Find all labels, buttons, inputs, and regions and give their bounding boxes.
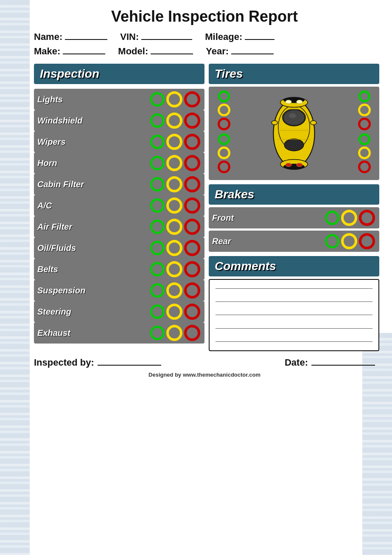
tires-diagram [209,87,379,180]
svg-point-15 [297,163,302,167]
brakes-items-list: FrontRear [209,207,379,252]
info-row-2: Make: Model: Year: [34,46,375,57]
name-field: Name: [34,31,107,42]
circle-yellow [166,155,182,171]
inspection-item: Suspension [34,280,204,301]
comments-section: Comments [209,256,379,351]
circle-yellow [166,197,182,214]
fl-tire-red [218,118,230,130]
svg-point-16 [272,121,277,125]
tires-left-column [212,90,235,173]
rr-tire-red [358,161,371,173]
circle-red [184,176,200,192]
circle-red [184,240,200,256]
circle-green [150,135,165,149]
inspection-item: Steering [34,301,204,322]
inspection-item-circles [150,282,200,299]
mileage-label: Mileage: [205,31,242,42]
brakes-item: Front [209,207,379,228]
make-label: Make: [34,46,60,57]
circle-yellow [341,233,357,249]
comments-header: Comments [209,256,379,276]
inspection-item-label: Steering [37,307,71,317]
inspection-item-label: Wipers [37,137,66,147]
circle-red [184,134,200,150]
footer-section: Inspected by: Date: [34,357,384,368]
circle-green [150,304,165,319]
fr-tire-yellow [358,104,371,116]
car-svg [252,91,336,176]
brakes-item-label: Front [212,213,234,223]
circle-green [325,234,339,248]
year-label: Year: [206,46,229,57]
inspection-item-label: Belts [37,265,58,274]
tires-header: Tires [209,64,379,84]
inspection-item: Belts [34,259,204,280]
fl-tire-yellow [218,104,230,116]
year-field: Year: [206,46,274,57]
circle-red [184,304,200,320]
circle-red [359,233,375,249]
comment-line-3 [216,315,372,315]
date-field: Date: [285,357,375,368]
inspection-item-circles [150,113,200,129]
rear-left-tire [218,133,230,173]
svg-point-4 [289,113,296,118]
circle-yellow [341,210,357,226]
inspection-item: Horn [34,152,204,174]
circle-red [184,91,200,107]
comment-line-2 [216,301,372,302]
comment-line-4 [216,328,372,329]
inspected-by-field: Inspected by: [34,357,161,368]
year-underline [231,46,274,54]
svg-point-11 [297,100,302,104]
inspection-item: Cabin Filter [34,174,204,195]
circle-yellow [166,304,182,320]
brakes-header-text: Brakes [215,188,254,201]
comment-line-1 [216,288,372,289]
brakes-item-label: Rear [212,237,231,246]
name-label: Name: [34,31,62,42]
inspection-item-label: Exhaust [37,328,70,338]
circle-green [150,326,165,340]
circle-green [150,177,165,192]
inspection-item-circles [150,197,200,214]
circle-yellow [166,176,182,192]
inspection-item-label: Oil/Fluids [37,243,76,253]
front-left-tire [218,90,230,130]
make-underline [63,46,105,54]
inspection-item-label: Air Filter [37,222,72,232]
circle-yellow [166,113,182,129]
mileage-field: Mileage: [205,31,274,42]
circle-red [184,282,200,299]
circle-green [150,283,165,298]
svg-point-14 [286,163,291,167]
inspected-by-label: Inspected by: [34,357,94,368]
circle-yellow [166,134,182,150]
inspection-item-circles [150,134,200,150]
circle-green [150,92,165,107]
inspection-header: Inspection [34,64,204,84]
circle-red [184,155,200,171]
inspection-item-label: Suspension [37,286,85,296]
right-column: Tires [209,64,379,351]
circle-yellow [166,261,182,277]
inspection-item: Oil/Fluids [34,237,204,259]
designer-credit: Designed by www.themechanicdoctor.com [34,372,384,378]
inspection-item: A/C [34,195,204,216]
model-label: Model: [118,46,148,57]
inspection-item-label: Cabin Filter [37,180,84,189]
inspection-item-label: Lights [37,95,63,104]
comments-box [209,279,379,351]
inspection-item-circles [150,219,200,235]
inspection-item: Air Filter [34,216,204,237]
tires-section: Tires [209,64,379,180]
inspection-item: Windshield [34,110,204,131]
inspection-item-circles [150,240,200,256]
inspection-item-circles [150,176,200,192]
tires-header-text: Tires [215,67,243,80]
make-field: Make: [34,46,105,57]
info-row-1: Name: VIN: Mileage: [34,31,375,42]
date-label: Date: [285,357,308,368]
svg-point-5 [284,139,304,151]
